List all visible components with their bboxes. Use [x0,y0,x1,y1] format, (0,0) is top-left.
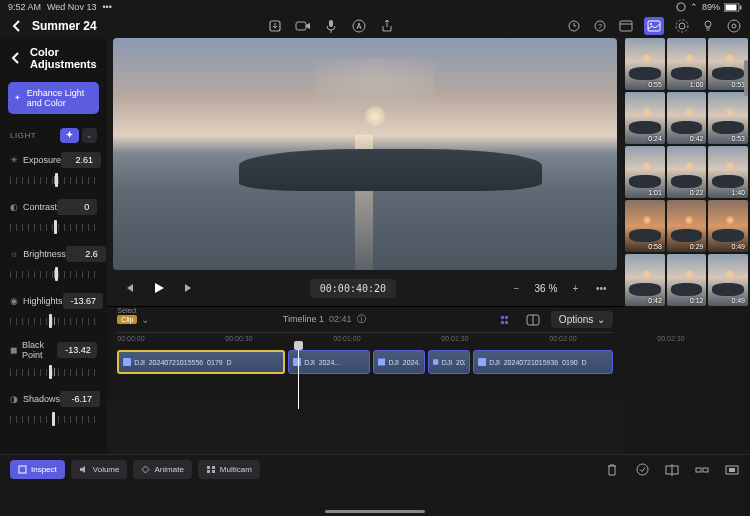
project-title: Summer 24 [32,19,97,33]
param-black-point-value[interactable]: -13.42 [57,342,97,358]
media-thumb[interactable] [667,200,707,252]
svg-point-0 [677,3,685,11]
section-chevron-icon[interactable]: ⌄ [82,128,98,143]
svg-rect-42 [729,468,735,472]
video-track[interactable]: DJI_20240721015556_0179_DDJI_2024...DJI_… [107,346,623,378]
zoom-in-icon[interactable]: + [567,280,583,296]
clip-icon [123,358,131,366]
info-icon[interactable]: ? [592,18,608,34]
timecode[interactable]: 00:00:40:20 [310,279,396,298]
clip-chevron-icon[interactable]: ⌄ [141,314,149,325]
ruler-tick: 00:01:00 [333,335,360,342]
history-icon[interactable] [566,18,582,34]
timeline-name: Timeline 1 02:41 ⓘ [283,313,366,326]
light-section-label: LIGHT [10,131,36,140]
ruler-tick: 00:00:30 [225,335,252,342]
ai-toggle[interactable] [60,128,79,143]
param-contrast-value[interactable]: 0 [57,199,97,215]
voiceover-icon[interactable] [323,18,339,34]
svg-rect-28 [378,358,385,365]
media-thumb[interactable] [708,146,748,198]
media-thumb[interactable] [625,146,665,198]
media-thumb[interactable] [667,92,707,144]
media-thumb[interactable] [667,254,707,306]
play-icon[interactable] [151,280,167,296]
svg-point-18 [728,20,740,32]
multicam-icon [206,465,216,474]
playhead[interactable] [298,347,299,409]
media-thumb[interactable] [625,38,665,90]
media-thumb[interactable] [667,38,707,90]
zoom-out-icon[interactable]: − [509,280,525,296]
timeline-clip[interactable]: DJI_2024... [428,350,470,374]
svg-rect-31 [19,466,26,473]
param-black-point-slider[interactable] [10,362,97,380]
media-thumb[interactable] [708,200,748,252]
svg-rect-39 [696,468,701,472]
import-icon[interactable] [267,18,283,34]
clip-icon [378,358,385,366]
media-view-icon[interactable] [644,17,664,35]
param-highlights-slider[interactable] [10,311,97,329]
param-exposure-slider[interactable] [10,170,97,188]
param-brightness-value[interactable]: 2.6 [66,246,106,262]
color-adjustments-panel: Color Adjustments Enhance Light and Colo… [0,38,107,454]
media-thumb[interactable] [667,146,707,198]
param-contrast-slider[interactable] [10,217,97,235]
enable-icon[interactable] [634,462,650,478]
timeline-clip[interactable]: DJI_2024... [373,350,425,374]
view-options-icon[interactable]: ••• [593,280,609,296]
multicam-tab[interactable]: Multicam [198,460,260,479]
timeline-clip[interactable]: DJI_2024... [288,350,370,374]
animate-tab[interactable]: Animate [133,460,191,479]
timeline-ruler[interactable]: 00:00:0000:00:3000:01:0000:01:3000:02:00… [117,332,613,346]
top-bar: Summer 24 ? [0,14,750,38]
param-highlights-value[interactable]: -13.67 [63,293,103,309]
settings-icon[interactable] [726,18,742,34]
svg-rect-33 [212,466,215,469]
connect-icon[interactable] [694,462,710,478]
svg-text:?: ? [598,22,603,31]
snapping-icon[interactable] [525,312,541,328]
back-chevron-icon[interactable] [8,18,24,34]
share-icon[interactable] [379,18,395,34]
text-icon[interactable] [351,18,367,34]
clip-icon [433,358,438,366]
trash-icon[interactable] [604,462,620,478]
media-thumb[interactable] [625,254,665,306]
media-thumb[interactable] [625,92,665,144]
clip-badge[interactable]: Clip [117,315,137,324]
inspect-tab[interactable]: Inspect [10,460,65,479]
panel-back-icon[interactable] [10,51,20,65]
svg-rect-22 [501,321,504,324]
timeline-info-icon[interactable]: ⓘ [357,314,366,324]
param-shadows-slider[interactable] [10,409,97,427]
ruler-tick: 00:00:00 [117,335,144,342]
svg-rect-23 [505,321,508,324]
magnetic-icon[interactable] [499,312,515,328]
enhance-button[interactable]: Enhance Light and Color [8,82,99,114]
suggestions-icon[interactable] [700,18,716,34]
timeline-clip[interactable]: DJI_20240721015556_0179_D [117,350,285,374]
tools-icon[interactable] [674,18,690,34]
param-shadows-value[interactable]: -6.17 [60,391,100,407]
browser-icon[interactable] [618,18,634,34]
param-brightness-slider[interactable] [10,264,97,282]
scrollbar[interactable] [744,60,748,96]
param-exposure-value[interactable]: 2.61 [61,152,101,168]
status-bar: 9:52 AMWed Nov 13••• ⌃89% [0,0,750,14]
media-thumb[interactable] [708,92,748,144]
next-frame-icon[interactable] [181,280,197,296]
media-thumb[interactable] [625,200,665,252]
prev-frame-icon[interactable] [121,280,137,296]
media-thumb[interactable] [708,254,748,306]
split-icon[interactable] [664,462,680,478]
overwrite-icon[interactable] [724,462,740,478]
camera-icon[interactable] [295,18,311,34]
media-thumb[interactable] [708,38,748,90]
timeline-clip[interactable]: DJI_20240721015936_0190_D [473,350,613,374]
volume-tab[interactable]: Volume [71,460,128,479]
timeline-options-button[interactable]: Options ⌄ [551,311,613,328]
svg-rect-21 [505,316,508,319]
video-preview[interactable] [113,38,617,270]
